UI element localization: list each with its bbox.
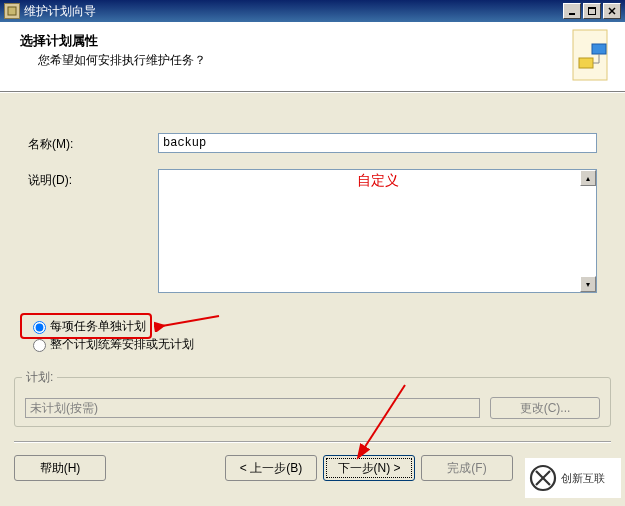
radio-separate-schedule-label: 每项任务单独计划 — [50, 318, 146, 335]
watermark-logo-icon — [529, 464, 557, 492]
schedule-group: 计划: 更改(C)... — [14, 377, 611, 427]
svg-rect-1 — [569, 13, 575, 15]
name-label: 名称(M): — [28, 133, 158, 153]
help-button[interactable]: 帮助(H) — [14, 455, 106, 481]
scroll-up-button[interactable]: ▴ — [580, 170, 596, 186]
description-textarea[interactable]: ▴ ▾ 自定义 — [158, 169, 597, 293]
header-title: 选择计划属性 — [20, 32, 609, 50]
svg-rect-7 — [592, 44, 606, 54]
description-label: 说明(D): — [28, 169, 158, 189]
radio-single-schedule-label: 整个计划统筹安排或无计划 — [50, 336, 194, 353]
chevron-down-icon: ▾ — [586, 280, 590, 289]
svg-rect-0 — [8, 7, 16, 15]
radio-single-schedule[interactable] — [33, 339, 46, 352]
header-panel: 选择计划属性 您希望如何安排执行维护任务？ — [0, 22, 625, 92]
wizard-body: 名称(M): 说明(D): ▴ ▾ 自定义 每项任务单独计划 整个计划统筹安排或… — [0, 92, 625, 506]
maximize-button[interactable] — [583, 3, 601, 19]
close-button[interactable] — [603, 3, 621, 19]
svg-rect-8 — [579, 58, 593, 68]
minimize-icon — [568, 7, 576, 15]
svg-rect-6 — [573, 30, 607, 80]
titlebar: 维护计划向导 — [0, 0, 625, 22]
wizard-icon — [565, 26, 615, 86]
annotation-custom: 自定义 — [357, 172, 399, 190]
close-icon — [608, 7, 616, 15]
minimize-button[interactable] — [563, 3, 581, 19]
window-title: 维护计划向导 — [24, 3, 563, 20]
header-subtitle: 您希望如何安排执行维护任务？ — [38, 52, 609, 69]
name-input[interactable] — [158, 133, 597, 153]
schedule-group-label: 计划: — [22, 369, 57, 386]
svg-rect-3 — [588, 7, 596, 9]
watermark: 创新互联 — [525, 458, 621, 498]
watermark-text: 创新互联 — [561, 472, 605, 484]
app-icon — [4, 3, 20, 19]
schedule-mode-group: 每项任务单独计划 整个计划统筹安排或无计划 — [24, 317, 625, 353]
wizard-window: 维护计划向导 选择计划属性 您希望如何安排执行维护任务？ — [0, 0, 625, 506]
schedule-display — [25, 398, 480, 418]
scroll-down-button[interactable]: ▾ — [580, 276, 596, 292]
radio-separate-schedule[interactable] — [33, 321, 46, 334]
change-schedule-button: 更改(C)... — [490, 397, 600, 419]
maximize-icon — [588, 7, 596, 15]
back-button[interactable]: < 上一步(B) — [225, 455, 317, 481]
chevron-up-icon: ▴ — [586, 174, 590, 183]
finish-button: 完成(F) — [421, 455, 513, 481]
next-button[interactable]: 下一步(N) > — [323, 455, 415, 481]
window-controls — [563, 3, 621, 19]
